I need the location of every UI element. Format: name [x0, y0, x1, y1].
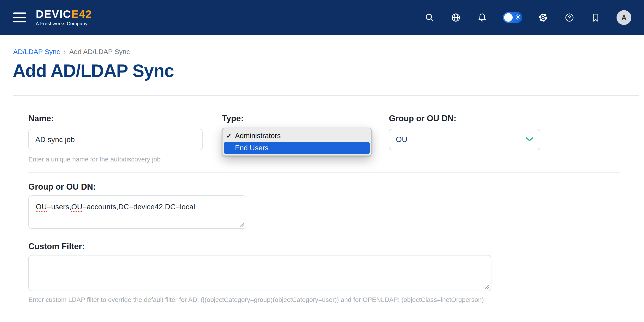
breadcrumb-current: Add AD/LDAP Sync [69, 48, 130, 56]
bell-icon[interactable] [477, 12, 488, 23]
brand-text-accent: E42 [71, 8, 92, 20]
user-avatar[interactable]: A [616, 10, 631, 25]
resize-handle-icon[interactable] [239, 221, 245, 227]
section-divider [28, 172, 620, 173]
custom-filter-helper-text: Enter custom LDAP filter to override the… [28, 296, 484, 303]
hamburger-menu-icon[interactable] [13, 13, 26, 23]
custom-filter-content [29, 255, 491, 268]
brand-subtitle: A Freshworks Company [36, 21, 92, 26]
brand-text: DEVICE42 [36, 9, 92, 20]
theme-toggle[interactable] [503, 12, 522, 23]
group-dn-content: OU=users,OU=accounts,DC=device42,DC=loca… [29, 196, 246, 218]
gear-icon[interactable] [538, 12, 549, 23]
check-icon: ✓ [226, 132, 235, 140]
group-dn-label: Group or OU DN: [28, 182, 96, 192]
group-dn-textarea[interactable]: OU=users,OU=accounts,DC=device42,DC=loca… [28, 195, 246, 229]
type-option-administrators[interactable]: ✓ Administrators [224, 130, 370, 142]
navbar-actions: ? A [424, 10, 644, 25]
group-ou-dn-label: Group or OU DN: [389, 114, 456, 123]
menu-bar [13, 21, 26, 23]
sun-icon [515, 14, 520, 21]
page-title: Add AD/LDAP Sync [13, 61, 174, 81]
avatar-letter: A [622, 14, 626, 22]
resize-handle-icon[interactable] [484, 283, 490, 289]
brand-logo[interactable]: DEVICE42 A Freshworks Company [36, 9, 92, 26]
page: DEVICE42 A Freshworks Company [0, 0, 644, 322]
group-ou-dn-select-value: OU [396, 135, 408, 144]
name-helper-text: Enter a unique name for the autodiscover… [28, 156, 161, 163]
custom-filter-label: Custom Filter: [28, 242, 85, 251]
type-option-end-users[interactable]: End Users [224, 142, 370, 154]
globe-icon[interactable] [450, 12, 462, 23]
type-label: Type: [222, 114, 244, 123]
brand-text-white: DEVIC [36, 8, 71, 20]
breadcrumb: AD/LDAP Sync › Add AD/LDAP Sync [13, 48, 130, 56]
custom-filter-textarea[interactable] [28, 255, 492, 291]
type-option-label: Administrators [235, 132, 281, 140]
svg-text:?: ? [568, 14, 571, 21]
breadcrumb-link[interactable]: AD/LDAP Sync [13, 48, 60, 56]
name-label: Name: [28, 114, 54, 123]
help-icon[interactable]: ? [564, 12, 575, 23]
menu-bar [13, 13, 26, 14]
top-navbar: DEVICE42 A Freshworks Company [0, 0, 644, 35]
search-icon[interactable] [424, 12, 435, 23]
chevron-down-icon [526, 137, 533, 142]
type-option-label: End Users [235, 144, 268, 152]
name-input[interactable] [28, 129, 203, 150]
bookmark-icon[interactable] [590, 12, 601, 23]
group-ou-dn-select[interactable]: OU [389, 129, 540, 150]
type-dropdown: ✓ Administrators End Users [222, 128, 372, 156]
menu-bar [13, 17, 26, 18]
toggle-knob [504, 13, 513, 22]
breadcrumb-separator: › [64, 48, 66, 56]
